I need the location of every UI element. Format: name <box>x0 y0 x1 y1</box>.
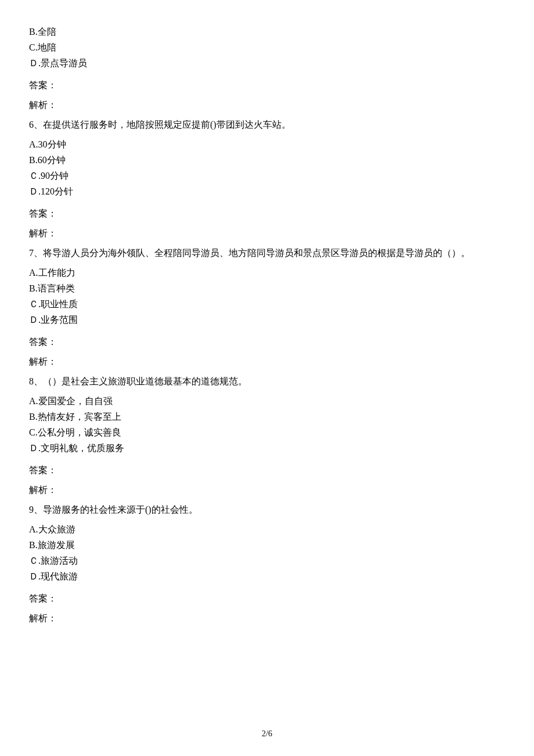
answer-label: 答案： <box>29 207 505 221</box>
analysis-label: 解析： <box>29 355 505 369</box>
answer-label: 答案： <box>29 463 505 477</box>
option-a: A.工作能力 <box>29 266 505 280</box>
analysis-label: 解析： <box>29 98 505 112</box>
option-b: B.语言种类 <box>29 282 505 296</box>
page-number: 2/6 <box>0 728 534 740</box>
option-a: A.大众旅游 <box>29 523 505 537</box>
question-7-stem: 7、将导游人员分为海外领队、全程陪同导游员、地方陪同导游员和景点景区导游员的根据… <box>29 246 505 260</box>
answer-label: 答案： <box>29 592 505 606</box>
option-b: B.旅游发展 <box>29 538 505 552</box>
question-6-stem: 6、在提供送行服务时，地陪按照规定应提前()带团到达火车站。 <box>29 118 505 132</box>
question-9-stem: 9、导游服务的社会性来源于()的社会性。 <box>29 503 505 517</box>
option-a: A.爱国爱企，自自强 <box>29 394 505 408</box>
option-c: Ｃ.90分钟 <box>29 169 505 183</box>
analysis-label: 解析： <box>29 611 505 625</box>
option-d: Ｄ.业务范围 <box>29 313 505 327</box>
option-c: C.地陪 <box>29 41 505 55</box>
question-6-options: A.30分钟 B.60分钟 Ｃ.90分钟 Ｄ.120分针 <box>29 138 505 199</box>
answer-label: 答案： <box>29 335 505 349</box>
question-5-partial: B.全陪 C.地陪 Ｄ.景点导游员 <box>29 25 505 70</box>
question-8-stem: 8、（）是社会主义旅游职业道德最基本的道德规范。 <box>29 375 505 388</box>
option-d: Ｄ.文明礼貌，优质服务 <box>29 441 505 455</box>
answer-label: 答案： <box>29 78 505 92</box>
option-a: A.30分钟 <box>29 138 505 152</box>
option-c: Ｃ.职业性质 <box>29 297 505 311</box>
option-b: B.全陪 <box>29 25 505 39</box>
option-c: Ｃ.旅游活动 <box>29 554 505 568</box>
option-d: Ｄ.120分针 <box>29 185 505 199</box>
option-b: B.热情友好，宾客至上 <box>29 410 505 424</box>
question-9-options: A.大众旅游 B.旅游发展 Ｃ.旅游活动 Ｄ.现代旅游 <box>29 523 505 584</box>
option-d: Ｄ.景点导游员 <box>29 56 505 70</box>
analysis-label: 解析： <box>29 226 505 240</box>
question-7-options: A.工作能力 B.语言种类 Ｃ.职业性质 Ｄ.业务范围 <box>29 266 505 327</box>
document-page: B.全陪 C.地陪 Ｄ.景点导游员 答案： 解析： 6、在提供送行服务时，地陪按… <box>0 0 534 756</box>
option-b: B.60分钟 <box>29 153 505 167</box>
analysis-label: 解析： <box>29 483 505 497</box>
question-8-options: A.爱国爱企，自自强 B.热情友好，宾客至上 C.公私分明，诚实善良 Ｄ.文明礼… <box>29 394 505 455</box>
option-c: C.公私分明，诚实善良 <box>29 426 505 440</box>
option-d: Ｄ.现代旅游 <box>29 570 505 584</box>
